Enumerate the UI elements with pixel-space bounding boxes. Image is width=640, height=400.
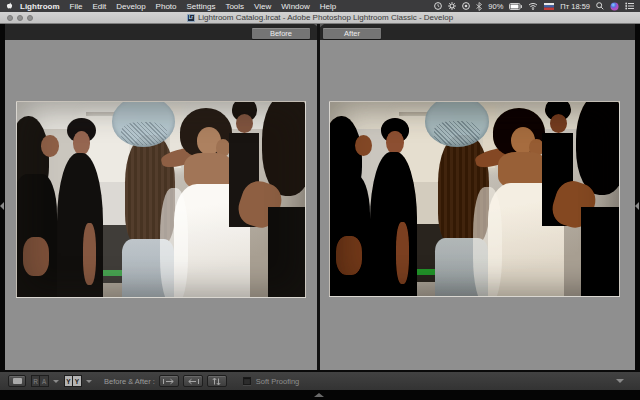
before-after-view-button[interactable]: Y Y <box>64 375 82 387</box>
compare-header-strip: Before After <box>0 24 640 40</box>
loupe-view-button[interactable] <box>8 375 26 387</box>
soft-proofing-label: Soft Proofing <box>256 377 299 386</box>
before-label-tab[interactable]: Before <box>252 28 310 39</box>
copy-before-to-after-button[interactable] <box>159 375 179 387</box>
clock-app-icon[interactable] <box>434 2 442 10</box>
swap-before-after-button[interactable] <box>207 375 227 387</box>
gear-icon[interactable] <box>448 2 456 10</box>
arrow-left-icon <box>187 378 199 385</box>
notification-center-icon[interactable] <box>625 2 634 10</box>
spotlight-search-icon[interactable] <box>596 2 604 10</box>
photo-shape-vignette <box>330 102 619 296</box>
photo-content <box>17 102 305 297</box>
window-controls <box>7 15 33 21</box>
after-label-tab[interactable]: After <box>323 28 381 39</box>
right-panel-collapsed-strip[interactable] <box>635 24 640 390</box>
lightroom-doc-icon: Lr <box>187 14 195 22</box>
minimize-button[interactable] <box>17 15 23 21</box>
compare-pane-divider <box>317 24 320 370</box>
copy-after-to-before-button[interactable] <box>183 375 203 387</box>
soft-proofing-checkbox[interactable] <box>243 377 251 385</box>
clock-label: Пт 18:59 <box>560 2 590 11</box>
reference-view-button[interactable]: R A <box>31 375 49 387</box>
menu-settings[interactable]: Settings <box>182 2 221 11</box>
toolbar-options-arrow-icon[interactable] <box>616 379 624 383</box>
photo-shape-vignette <box>17 102 305 297</box>
after-photo[interactable] <box>329 101 620 297</box>
filmstrip-collapsed-strip[interactable] <box>0 390 640 400</box>
menu-view[interactable]: View <box>249 2 276 11</box>
close-button[interactable] <box>7 15 13 21</box>
menu-tools[interactable]: Tools <box>220 2 249 11</box>
before-photo[interactable] <box>16 101 306 298</box>
siri-icon[interactable] <box>610 2 619 11</box>
battery-icon[interactable] <box>509 3 522 10</box>
apple-menu-icon[interactable] <box>6 2 13 10</box>
before-after-group-label: Before & After : <box>104 377 155 386</box>
develop-toolbar: R A Y Y Before & After : Soft Proofing <box>0 370 640 390</box>
before-after-left-label: Y <box>64 375 73 387</box>
arrow-right-icon <box>163 378 175 385</box>
menu-help[interactable]: Help <box>315 2 341 11</box>
bottom-panel-reveal-arrow-icon[interactable] <box>314 393 324 397</box>
reference-view-dropdown-icon[interactable] <box>53 380 59 383</box>
input-language-flag-icon[interactable] <box>544 3 554 10</box>
before-after-dropdown-icon[interactable] <box>86 380 92 383</box>
wifi-icon[interactable] <box>528 2 538 10</box>
swap-arrows-icon <box>212 377 221 386</box>
window-titlebar[interactable]: Lr Lightroom Catalog.lrcat - Adobe Photo… <box>0 12 640 24</box>
bluetooth-icon[interactable] <box>476 2 482 11</box>
left-panel-reveal-arrow-icon[interactable] <box>0 202 4 210</box>
before-after-right-label: Y <box>73 375 82 387</box>
menu-lightroom[interactable]: Lightroom <box>15 2 65 11</box>
loupe-view-icon <box>13 378 22 384</box>
menu-file[interactable]: File <box>65 2 88 11</box>
left-panel-collapsed-strip[interactable] <box>0 24 5 390</box>
title-wrap: Lr Lightroom Catalog.lrcat - Adobe Photo… <box>187 13 453 22</box>
battery-percent-label: 90% <box>488 2 503 11</box>
screen: Lightroom File Edit Develop Photo Settin… <box>0 0 640 400</box>
right-panel-reveal-arrow-icon[interactable] <box>635 202 639 210</box>
macos-menubar: Lightroom File Edit Develop Photo Settin… <box>0 0 640 12</box>
camera-icon[interactable] <box>462 2 470 10</box>
window-title: Lightroom Catalog.lrcat - Adobe Photosho… <box>198 13 453 22</box>
menu-photo[interactable]: Photo <box>151 2 182 11</box>
develop-canvas <box>0 40 640 370</box>
menubar-status-area: 90% Пт 18:59 <box>434 2 634 11</box>
reference-view-left-label: R <box>31 375 40 387</box>
menu-develop[interactable]: Develop <box>111 2 150 11</box>
menu-edit[interactable]: Edit <box>87 2 111 11</box>
zoom-button[interactable] <box>27 15 33 21</box>
reference-view-right-label: A <box>40 375 49 387</box>
photo-content <box>330 102 619 296</box>
menu-window[interactable]: Window <box>276 2 314 11</box>
